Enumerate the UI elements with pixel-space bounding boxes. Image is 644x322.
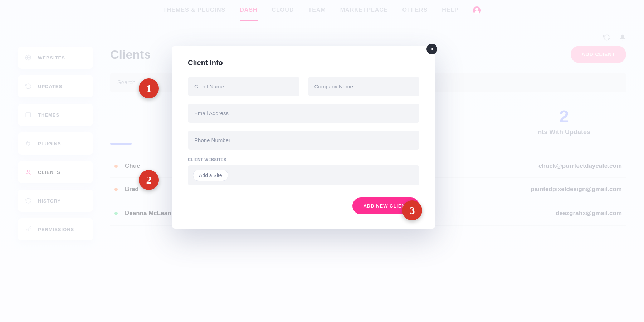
phone-input[interactable] [188, 131, 419, 150]
close-icon [430, 47, 434, 51]
add-site-chip[interactable]: Add a Site [193, 170, 228, 181]
sites-box: Add a Site [188, 165, 419, 185]
client-info-modal: Client Info CLIENT WEBSITES Add a Site A… [172, 46, 435, 229]
annotation-2: 2 [139, 170, 159, 190]
client-name-input[interactable] [188, 77, 299, 96]
modal-title: Client Info [188, 59, 419, 67]
close-button[interactable] [426, 44, 437, 54]
email-input[interactable] [188, 104, 419, 123]
client-websites-label: CLIENT WEBSITES [188, 157, 419, 162]
annotation-3: 3 [402, 200, 422, 220]
annotation-1: 1 [139, 78, 159, 98]
company-name-input[interactable] [308, 77, 420, 96]
